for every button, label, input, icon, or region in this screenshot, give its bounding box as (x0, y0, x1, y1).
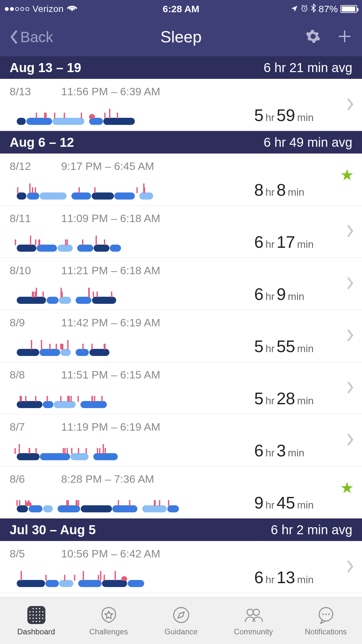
tab-label: Community (234, 627, 273, 636)
sleep-times-label: 11:56 PM – 6:39 AM (61, 85, 160, 98)
week-range-label: Jul 30 – Aug 5 (10, 523, 271, 537)
chat-icon (316, 605, 336, 625)
wifi-icon (67, 4, 77, 14)
week-range-label: Aug 13 – 19 (10, 61, 264, 75)
tab-label: Challenges (89, 627, 128, 636)
sleep-date-label: 8/7 (10, 421, 61, 433)
sleep-row[interactable]: 8/10 11:21 PM – 6:18 AM 6hr9min (0, 258, 362, 310)
sleep-times-label: 11:42 PM – 6:19 AM (61, 316, 160, 329)
sleep-row[interactable]: 8/8 11:51 PM – 6:15 AM 5hr28min (0, 362, 362, 414)
week-header: Aug 6 – 126 hr 49 min avg (0, 131, 362, 154)
tab-dashboard[interactable]: Dashboard (0, 597, 72, 644)
sleep-stages-graph (10, 235, 241, 252)
svg-point-7 (328, 613, 330, 615)
chevron-right-icon (346, 381, 354, 395)
people-icon (244, 605, 263, 625)
location-icon (291, 4, 298, 14)
tab-label: Dashboard (17, 627, 55, 636)
sleep-date-label: 8/10 (10, 264, 61, 277)
sleep-row[interactable]: 8/5 10:56 PM – 6:42 AM 6hr13min (0, 541, 362, 593)
tab-notifications[interactable]: Notifications (290, 597, 362, 644)
tab-community[interactable]: Community (217, 597, 290, 644)
sleep-date-label: 8/13 (10, 85, 61, 98)
sleep-stages-graph (10, 443, 241, 460)
bluetooth-icon (311, 4, 316, 14)
back-button[interactable]: Back (10, 28, 161, 46)
back-label: Back (20, 28, 53, 46)
sleep-stages-graph (10, 496, 241, 512)
carrier-label: Verizon (32, 4, 64, 14)
tab-guidance[interactable]: Guidance (145, 597, 217, 644)
sleep-duration-label: 5hr59min (241, 106, 352, 125)
sleep-duration-label: 9hr45min (241, 493, 352, 512)
chevron-right-icon (346, 98, 354, 112)
add-button[interactable] (337, 29, 352, 45)
svg-point-3 (253, 609, 259, 615)
battery-icon (340, 5, 357, 13)
alarm-icon (301, 4, 308, 14)
week-avg-label: 6 hr 21 min avg (264, 61, 352, 75)
sleep-list[interactable]: Aug 13 – 196 hr 21 min avg 8/13 11:56 PM… (0, 56, 362, 597)
settings-button[interactable] (305, 29, 321, 45)
page-title: Sleep (161, 28, 202, 46)
week-avg-label: 6 hr 2 min avg (271, 523, 352, 537)
chevron-right-icon (346, 560, 354, 574)
tab-label: Guidance (164, 627, 198, 636)
chevron-right-icon (346, 329, 354, 343)
week-header: Jul 30 – Aug 56 hr 2 min avg (0, 518, 362, 541)
sleep-duration-label: 6hr3min (241, 441, 352, 460)
sleep-date-label: 8/11 (10, 212, 61, 225)
sleep-times-label: 11:19 PM – 6:19 AM (61, 421, 160, 433)
svg-point-5 (322, 613, 324, 615)
week-avg-label: 6 hr 49 min avg (264, 135, 352, 150)
sleep-duration-label: 6hr9min (241, 285, 352, 304)
sleep-stages-graph (10, 287, 241, 304)
tab-challenges[interactable]: Challenges (72, 597, 145, 644)
sleep-row[interactable]: 8/9 11:42 PM – 6:19 AM 5hr55min (0, 310, 362, 362)
battery-percent-label: 87% (319, 4, 338, 14)
sleep-row[interactable]: 8/6 8:28 PM – 7:36 AM 9hr45min ★ (0, 466, 362, 518)
nav-bar: Back Sleep (0, 18, 362, 56)
tab-label: Notifications (305, 627, 347, 636)
sleep-times-label: 11:51 PM – 6:15 AM (61, 369, 160, 381)
goal-star-icon: ★ (340, 479, 354, 497)
sleep-date-label: 8/8 (10, 369, 61, 381)
tab-bar: Dashboard Challenges Guidance Community … (0, 597, 362, 644)
svg-point-1 (173, 607, 189, 622)
week-range-label: Aug 6 – 12 (10, 135, 264, 150)
sleep-stages-graph (10, 570, 241, 587)
chevron-right-icon (346, 433, 354, 447)
sleep-stages-graph (10, 339, 241, 356)
sleep-duration-label: 6hr13min (241, 568, 352, 587)
signal-dots-icon (5, 7, 29, 11)
sleep-times-label: 10:56 PM – 6:42 AM (61, 547, 160, 560)
sleep-duration-label: 5hr55min (241, 337, 352, 356)
sleep-stages-graph (10, 183, 241, 200)
chevron-right-icon (346, 277, 354, 291)
svg-point-6 (325, 613, 327, 615)
compass-icon (172, 605, 191, 625)
status-bar: Verizon 6:28 AM 87% (0, 0, 362, 18)
chevron-right-icon (346, 225, 354, 239)
sleep-date-label: 8/9 (10, 316, 61, 329)
sleep-row[interactable]: 8/7 11:19 PM – 6:19 AM 6hr3min (0, 414, 362, 466)
sleep-date-label: 8/6 (10, 473, 61, 485)
sleep-times-label: 11:21 PM – 6:18 AM (61, 264, 160, 277)
sleep-row[interactable]: 8/12 9:17 PM – 6:45 AM 8hr8min ★ (0, 154, 362, 206)
sleep-duration-label: 5hr28min (241, 389, 352, 408)
sleep-duration-label: 8hr8min (241, 180, 352, 200)
dashboard-icon (27, 606, 45, 624)
sleep-date-label: 8/5 (10, 547, 61, 560)
sleep-date-label: 8/12 (10, 160, 61, 173)
status-right: 87% (199, 4, 357, 14)
sleep-times-label: 11:09 PM – 6:18 AM (61, 212, 160, 225)
sleep-stages-graph (10, 391, 241, 408)
badge-star-icon (99, 605, 118, 625)
gear-icon (305, 29, 321, 44)
sleep-row[interactable]: 8/11 11:09 PM – 6:18 AM 6hr17min (0, 206, 362, 258)
chevron-left-icon (10, 30, 19, 44)
sleep-row[interactable]: 8/13 11:56 PM – 6:39 AM 5hr59min (0, 79, 362, 131)
sleep-times-label: 8:28 PM – 7:36 AM (61, 473, 154, 485)
svg-point-2 (247, 609, 253, 615)
plus-icon (337, 29, 352, 44)
